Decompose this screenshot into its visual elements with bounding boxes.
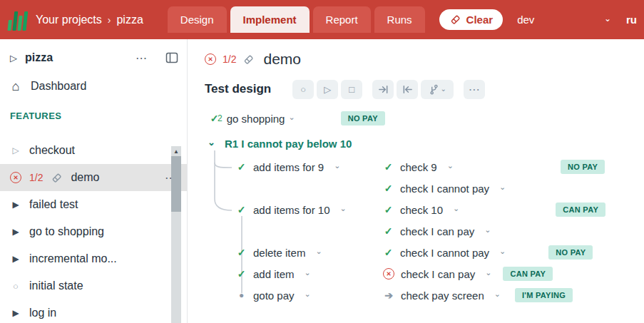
eraser-icon — [242, 53, 255, 66]
dashboard-label: Dashboard — [31, 80, 86, 93]
caret-down-icon[interactable]: ⌄ — [499, 247, 506, 256]
sidebar-item-initial-state[interactable]: ○ initial state — [0, 272, 187, 299]
test-step-row: ✓ delete item ⌄ ✓ check I cannot pay ⌄ N… — [205, 242, 644, 263]
step-back-button[interactable] — [397, 80, 418, 99]
state-badge[interactable]: NO PAY — [561, 160, 605, 174]
step-label[interactable]: add items for 9 — [253, 161, 324, 173]
sidebar-item-go-to-shopping[interactable]: ▶ go to shopping — [0, 218, 187, 245]
feature-label: incremental mo... — [29, 252, 117, 265]
step-forward-button[interactable] — [372, 80, 394, 99]
step-label[interactable]: add item — [253, 268, 295, 280]
rule-group-title[interactable]: R1 I cannot pay below 10 — [225, 138, 352, 150]
chevron-down-icon: ⌄ — [441, 85, 446, 93]
caret-down-icon[interactable]: ⌄ — [484, 225, 491, 235]
project-name[interactable]: pizza — [25, 51, 53, 64]
test-design-toolbar: Test design ○ ▷ □ — [205, 78, 644, 101]
home-icon: ⌂ — [10, 79, 21, 94]
tab-design[interactable]: Design — [168, 6, 227, 33]
stop-button[interactable]: □ — [341, 80, 362, 99]
caret-down-icon[interactable]: ⌄ — [315, 247, 322, 256]
section-title: Test design — [205, 82, 271, 96]
step-label[interactable]: go shopping — [227, 113, 285, 125]
breadcrumb-current-project[interactable]: pizza — [116, 14, 143, 26]
tab-runs[interactable]: Runs — [374, 6, 425, 33]
chevron-down-icon[interactable]: ⌄ — [208, 137, 222, 148]
more-button[interactable]: ⋯ — [464, 80, 485, 99]
caret-down-icon[interactable]: ⌄ — [494, 289, 501, 299]
logo-bar — [22, 11, 28, 31]
check-step: ✓ check 10 ⌄ — [383, 204, 459, 216]
tab-implement[interactable]: Implement — [230, 6, 310, 33]
caret-down-icon[interactable]: ⌄ — [305, 289, 311, 299]
sidebar-item-log-in[interactable]: ▶ log in — [0, 299, 187, 323]
rule-group-row: ⌄ R1 I cannot pay below 10 — [205, 130, 644, 156]
test-step-row: ✓ add item ⌄ ✕ check I can pay ⌄ CAN PAY — [205, 263, 644, 284]
check-icon: ✓ — [383, 204, 394, 215]
env-selector[interactable]: dev ⌄ — [517, 14, 611, 26]
tab-report[interactable]: Report — [313, 6, 371, 33]
state-badge[interactable]: I'M PAYING — [515, 288, 573, 302]
step-label[interactable]: check 10 — [400, 204, 443, 216]
run-label[interactable]: ru — [626, 14, 637, 26]
caret-down-icon[interactable]: ⌄ — [499, 183, 506, 192]
logo-bar — [17, 16, 22, 31]
caret-down-icon[interactable]: ⌄ — [340, 204, 347, 213]
step-label[interactable]: check I can pay — [401, 268, 475, 280]
caret-down-icon[interactable]: ⌄ — [305, 268, 311, 277]
project-header: ▷ pizza ⋯ — [0, 39, 187, 71]
main-content: ✕ 1/2 demo Test design ○ ▷ □ — [188, 39, 644, 323]
caret-down-icon[interactable]: ⌄ — [453, 204, 459, 213]
state-badge[interactable]: NO PAY — [548, 245, 593, 260]
state-badge[interactable]: NO PAY — [341, 111, 385, 125]
caret-down-icon[interactable]: ⌄ — [447, 161, 454, 170]
sidebar-item-checkout[interactable]: ▷ checkout — [0, 137, 187, 164]
feature-label: initial state — [29, 280, 83, 292]
logo-bar — [7, 20, 12, 31]
record-button[interactable]: ○ — [292, 80, 314, 99]
pass-ratio-badge: 1/2 — [223, 53, 236, 65]
check-icon: ✓ — [236, 268, 247, 280]
step-label[interactable]: check I can pay — [400, 225, 474, 237]
sidebar-item-demo[interactable]: ✕ 1/2 demo ⋯ — [0, 164, 187, 191]
play-button[interactable]: ▷ — [317, 80, 338, 99]
action-step: ✓ add item ⌄ — [236, 268, 383, 280]
sidebar: ▷ pizza ⋯ ⌂ Dashboard FEATURES ▷ checkou… — [0, 39, 188, 323]
collapse-panel-icon[interactable] — [165, 52, 178, 63]
sidebar-item-dashboard[interactable]: ⌂ Dashboard — [0, 71, 187, 102]
caret-down-icon[interactable]: ⌄ — [288, 113, 295, 122]
main-tabs: Design Implement Report Runs — [168, 6, 425, 33]
sidebar-scrollbar[interactable]: ▲ — [171, 146, 181, 323]
step-label[interactable]: goto pay — [253, 289, 295, 302]
sidebar-item-incremental[interactable]: ▶ incremental mo... — [0, 245, 187, 272]
check-step: ✓ check 9 ⌄ — [383, 161, 454, 173]
caret-down-icon[interactable]: ⌄ — [334, 161, 340, 170]
skip-start-icon — [402, 84, 413, 95]
branch-button[interactable]: ⌄ — [421, 80, 454, 99]
check-step: ✓ check I cannot pay ⌄ — [383, 183, 506, 195]
test-step-row: ✓ add items for 9 ⌄ ✓ check 9 ⌄ NO PAY — [205, 156, 644, 178]
check-icon: ✓ — [236, 161, 247, 173]
scrollbar-thumb[interactable] — [171, 156, 181, 212]
feature-label: log in — [29, 307, 56, 319]
step-label[interactable]: check pay screen — [401, 289, 484, 302]
feature-label: go to shopping — [29, 225, 104, 238]
state-badge[interactable]: CAN PAY — [556, 202, 605, 217]
circle-outline-icon: ○ — [10, 281, 21, 292]
play-outline-icon[interactable]: ▷ — [10, 53, 17, 63]
caret-down-icon[interactable]: ⌄ — [485, 268, 491, 277]
breadcrumb-projects-link[interactable]: Your projects — [36, 14, 102, 26]
step-label[interactable]: delete item — [253, 247, 305, 259]
current-step-dot-icon: ● — [236, 290, 247, 300]
state-badge[interactable]: CAN PAY — [503, 267, 553, 281]
project-menu-button[interactable]: ⋯ — [136, 51, 148, 65]
scroll-up-icon[interactable]: ▲ — [173, 148, 179, 155]
arrow-right-icon: ➔ — [383, 289, 394, 301]
step-label[interactable]: check 9 — [400, 161, 437, 173]
step-label[interactable]: check I cannot pay — [400, 247, 489, 259]
action-step: ✓ add items for 10 ⌄ — [236, 204, 383, 216]
step-label[interactable]: check I cannot pay — [400, 183, 489, 195]
clear-button[interactable]: Clear — [439, 9, 504, 30]
app-logo-icon[interactable] — [7, 9, 28, 31]
step-label[interactable]: add items for 10 — [253, 204, 330, 216]
sidebar-item-failed-test[interactable]: ▶ failed test — [0, 191, 187, 218]
